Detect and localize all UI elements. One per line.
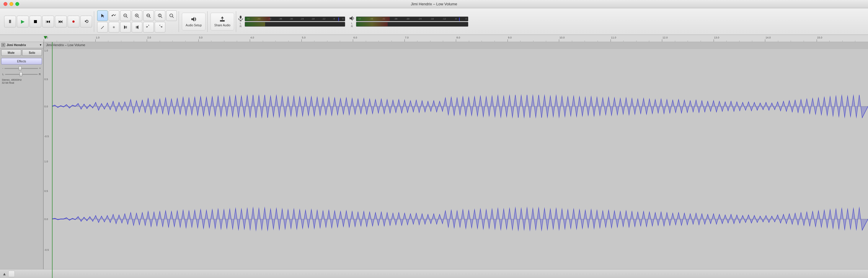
main-content: × Jimi Hendrix ▼ Mute Solo Effects - + L <box>0 42 868 278</box>
window-title: Jimi Hendrix – Low Volume <box>411 2 457 6</box>
select-button[interactable] <box>8 271 15 277</box>
bottom-bar: ▲ <box>0 269 868 278</box>
redo-button[interactable] <box>155 22 165 32</box>
ruler-mark: 8.0 <box>456 39 456 42</box>
titlebar: Jimi Hendrix – Low Volume <box>0 0 868 8</box>
transport-group: ⏸ ▶ ⏹ ⏮ ⏭ ● ⟲ <box>2 11 94 32</box>
bottom-arrow-icon[interactable]: ▲ <box>2 272 6 276</box>
svg-marker-33 <box>349 16 352 21</box>
selection-tool-button[interactable] <box>97 10 108 21</box>
undo-button[interactable] <box>143 22 154 32</box>
zoom-selection-button[interactable] <box>155 10 165 21</box>
track-dropdown-button[interactable]: ▼ <box>39 44 42 47</box>
zoom-in-button[interactable] <box>132 10 142 21</box>
ruler-mark: 2.0 <box>147 39 147 42</box>
track-controls-panel: × Jimi Hendrix ▼ Mute Solo Effects - + L <box>0 42 44 278</box>
channel-bottom: 1.0 0.5 0.0 -0.5 -1.0 <box>44 160 868 278</box>
toolbar: ⏸ ▶ ⏹ ⏮ ⏭ ● ⟲ <box>0 8 868 35</box>
close-button[interactable] <box>4 2 7 6</box>
zoom-width-button[interactable]: ↔ <box>166 10 177 21</box>
ruler-mark: 4.0 <box>250 39 250 42</box>
pause-button[interactable]: ⏸ <box>4 16 16 28</box>
ruler-mark: 7.0 <box>404 39 405 42</box>
audio-setup-group: Audio Setup <box>180 11 208 32</box>
ruler-mark: 13.0 <box>714 39 714 42</box>
svg-line-16 <box>173 17 174 18</box>
ruler-mark: 6.0 <box>353 39 353 42</box>
edit-tools-group: ↔ ✳ <box>95 11 179 32</box>
audio-setup-button[interactable]: Audio Setup <box>182 13 206 30</box>
draw-tool-button[interactable] <box>97 22 108 32</box>
skip-forward-button[interactable]: ⏭ <box>55 16 67 28</box>
minimize-button[interactable] <box>9 2 13 6</box>
svg-rect-27 <box>220 20 225 22</box>
output-meter-section: LR -54 -48 -42 -36 -30 -24 -18 -12 -6 0 <box>349 13 468 30</box>
svg-marker-29 <box>221 17 224 18</box>
mute-button[interactable]: Mute <box>1 49 21 56</box>
svg-line-7 <box>138 17 139 18</box>
svg-rect-21 <box>136 26 137 28</box>
ruler-mark: 11.0 <box>611 39 611 42</box>
solo-button[interactable]: Solo <box>22 49 42 56</box>
microphone-icon <box>237 15 244 22</box>
envelope-tool-button[interactable] <box>108 10 119 21</box>
record-button[interactable]: ● <box>68 16 80 28</box>
svg-line-10 <box>149 17 151 18</box>
svg-text:↔: ↔ <box>170 15 172 16</box>
input-meter-section: LR -54 -48 -42 -36 -30 -24 -18 -12 -6 0 <box>237 13 345 30</box>
ruler-mark: 3.0 <box>198 39 199 42</box>
skip-back-button[interactable]: ⏮ <box>42 16 54 28</box>
loop-button[interactable]: ⟲ <box>80 16 92 28</box>
zoom-fit-button[interactable] <box>143 10 154 21</box>
maximize-button[interactable] <box>16 2 19 6</box>
play-button[interactable]: ▶ <box>17 16 29 28</box>
ruler-mark: 1.0 <box>95 39 96 42</box>
svg-text:✳: ✳ <box>113 25 115 29</box>
gain-control: - + <box>0 65 43 71</box>
gain-slider[interactable] <box>4 66 38 71</box>
track-close-button[interactable]: × <box>1 43 5 47</box>
waveform-svg-top <box>52 49 868 164</box>
trim-right-button[interactable] <box>132 22 142 32</box>
share-audio-group: Share Audio <box>209 11 236 32</box>
svg-rect-19 <box>125 26 127 28</box>
stop-button[interactable]: ⏹ <box>30 16 41 28</box>
ruler-mark: 14.0 <box>765 39 765 42</box>
effects-button[interactable]: Effects <box>1 58 42 64</box>
track-header: × Jimi Hendrix ▼ <box>0 42 43 48</box>
ruler-mark: 0.0 <box>44 39 44 42</box>
svg-point-0 <box>112 15 113 16</box>
window-controls <box>4 2 19 6</box>
speaker-icon <box>190 16 197 23</box>
svg-marker-26 <box>191 17 194 22</box>
svg-line-13 <box>161 17 162 18</box>
ruler-mark: 9.0 <box>507 39 508 42</box>
pan-control: L R <box>0 71 43 77</box>
ruler-mark: 12.0 <box>662 39 662 42</box>
pan-slider[interactable] <box>5 72 37 76</box>
output-speaker-icon <box>349 15 355 22</box>
waveform-svg-bottom <box>52 160 868 278</box>
svg-rect-30 <box>240 16 242 19</box>
trim-left-button[interactable] <box>120 22 131 32</box>
ruler-mark: 10.0 <box>559 39 559 42</box>
share-audio-button[interactable]: Share Audio <box>211 13 234 30</box>
svg-line-3 <box>126 17 128 18</box>
playhead <box>52 42 53 278</box>
channel-top: 1.0 0.5 0.0 -0.5 -1.0 <box>44 49 868 164</box>
zoom-out-button[interactable] <box>120 10 131 21</box>
upload-icon <box>219 16 225 23</box>
track-mute-solo-buttons: Mute Solo <box>0 48 43 57</box>
waveform-area: Jimi Hendrix – Low Volume 1.0 0.5 0.0 -0… <box>44 42 868 278</box>
time-ruler: 0.01.02.03.04.05.06.07.08.09.010.011.012… <box>0 35 868 42</box>
track-name: Jimi Hendrix <box>6 43 38 47</box>
multi-tool-button[interactable]: ✳ <box>108 22 119 32</box>
track-info: Stereo, 48000Hz 32-bit float <box>0 77 43 85</box>
